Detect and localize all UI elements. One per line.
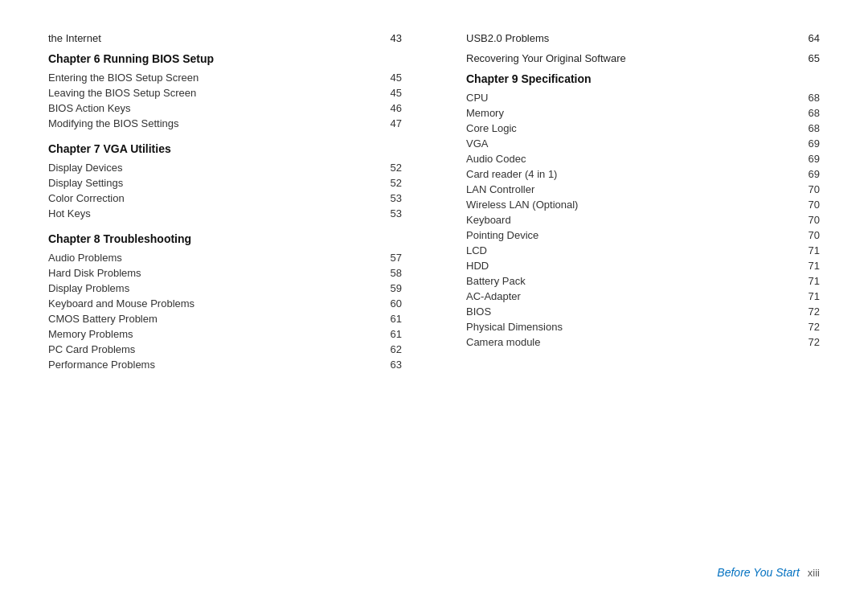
entry-title: BIOS — [466, 306, 491, 318]
toc-entry: Hot Keys 53 — [48, 207, 402, 219]
entry-title: Display Problems — [48, 282, 129, 294]
entry-title: Camera module — [466, 336, 541, 348]
toc-entry: Modifying the BIOS Settings 47 — [48, 117, 402, 129]
entry-title: Color Correction — [48, 192, 125, 204]
page: the Internet 43 Chapter 6 Running BIOS S… — [0, 0, 868, 611]
toc-entry: Memory 68 — [466, 107, 820, 119]
entry-title: Physical Dimensions — [466, 321, 563, 333]
toc-entry: Hard Disk Problems 58 — [48, 267, 402, 279]
chapter-heading: Chapter 9 Specification — [466, 72, 820, 85]
toc-entry: CMOS Battery Problem 61 — [48, 313, 402, 325]
toc-entry: BIOS Action Keys 46 — [48, 102, 402, 114]
entry-title: AC-Adapter — [466, 290, 521, 302]
toc-entry: CPU 68 — [466, 92, 820, 104]
entry-title: Recovering Your Original Software — [466, 52, 626, 64]
entry-page: 43 — [391, 32, 402, 44]
entry-page: 46 — [378, 102, 402, 114]
toc-entry: Battery Pack 71 — [466, 275, 820, 287]
toc-entry: Audio Problems 57 — [48, 252, 402, 264]
entry-page: 70 — [796, 229, 820, 241]
footer-pagenum: xiii — [808, 567, 820, 579]
left-column: the Internet 43 Chapter 6 Running BIOS S… — [48, 32, 434, 558]
entry-page: 64 — [809, 32, 820, 44]
entry-page: 71 — [796, 244, 820, 256]
entry-title: Wireless LAN (Optional) — [466, 199, 578, 211]
toc-entry: Performance Problems 63 — [48, 359, 402, 371]
chapter-section: Chapter 8 TroubleshootingAudio Problems … — [48, 232, 402, 371]
entry-page: 69 — [796, 168, 820, 180]
entry-page: 68 — [796, 122, 820, 134]
entry-page: 72 — [796, 336, 820, 348]
toc-entry: Leaving the BIOS Setup Screen 45 — [48, 87, 402, 99]
entry-page: 52 — [378, 162, 402, 174]
entry-title: Core Logic — [466, 122, 517, 134]
entry-title: CMOS Battery Problem — [48, 313, 158, 325]
toc-entry: Card reader (4 in 1) 69 — [466, 168, 820, 180]
entry-page: 72 — [796, 306, 820, 318]
toc-entry: HDD 71 — [466, 260, 820, 272]
toc-entry: Keyboard 70 — [466, 214, 820, 226]
entry-title: Entering the BIOS Setup Screen — [48, 72, 199, 84]
entry-title: Card reader (4 in 1) — [466, 168, 557, 180]
footer-label: Before You Start — [717, 566, 799, 579]
toc-entry: Entering the BIOS Setup Screen 45 — [48, 72, 402, 84]
entry-title: Display Settings — [48, 177, 123, 189]
entry-page: 61 — [378, 313, 402, 325]
entry-page: 61 — [378, 328, 402, 340]
toc-columns: the Internet 43 Chapter 6 Running BIOS S… — [48, 32, 820, 558]
toc-entry: Memory Problems 61 — [48, 328, 402, 340]
entry-title: the Internet — [48, 32, 101, 44]
entry-page: 57 — [378, 252, 402, 264]
entry-title: USB2.0 Problems — [466, 32, 549, 44]
entry-page: 70 — [796, 183, 820, 195]
toc-entry: Keyboard and Mouse Problems 60 — [48, 297, 402, 310]
entry-page: 69 — [796, 153, 820, 165]
entry-title: Memory — [466, 107, 504, 119]
entry-title: PC Card Problems — [48, 343, 135, 355]
entry-page: 63 — [378, 359, 402, 371]
toc-entry: Audio Codec 69 — [466, 153, 820, 165]
entry-page: 71 — [796, 275, 820, 287]
toc-entry: Physical Dimensions 72 — [466, 321, 820, 333]
toc-entry: Camera module 72 — [466, 336, 820, 348]
entry-page: 65 — [809, 52, 820, 64]
entry-page: 58 — [378, 267, 402, 279]
chapter-heading: Chapter 8 Troubleshooting — [48, 232, 402, 245]
footer: Before You Start xiii — [48, 558, 820, 579]
entry-title: Audio Problems — [48, 252, 122, 264]
toc-entry: Display Problems 59 — [48, 282, 402, 294]
entry-page: 69 — [796, 137, 820, 150]
entry-title: Modifying the BIOS Settings — [48, 117, 179, 129]
entry-page: 62 — [378, 343, 402, 355]
toc-entry: Display Settings 52 — [48, 177, 402, 189]
toc-entry: Color Correction 53 — [48, 192, 402, 204]
toc-entry: Wireless LAN (Optional) 70 — [466, 199, 820, 211]
toc-entry: Core Logic 68 — [466, 122, 820, 134]
toc-top-entry: USB2.0 Problems 64 — [466, 32, 820, 44]
toc-entry: Display Devices 52 — [48, 162, 402, 174]
entry-title: Performance Problems — [48, 359, 155, 371]
toc-entry: PC Card Problems 62 — [48, 343, 402, 355]
entry-page: 45 — [378, 72, 402, 84]
entry-title: Hard Disk Problems — [48, 267, 141, 279]
chapter-section: Chapter 7 VGA UtilitiesDisplay Devices 5… — [48, 142, 402, 219]
entry-page: 68 — [796, 92, 820, 104]
entry-title: Memory Problems — [48, 328, 133, 340]
entry-title: LAN Controller — [466, 183, 534, 195]
toc-top-entry: Recovering Your Original Software 65 — [466, 52, 820, 64]
entry-page: 47 — [378, 117, 402, 129]
entry-title: LCD — [466, 244, 487, 256]
entry-title: Display Devices — [48, 162, 122, 174]
entry-title: VGA — [466, 137, 488, 150]
entry-page: 45 — [378, 87, 402, 99]
entry-title: Pointing Device — [466, 229, 538, 241]
entry-title: Audio Codec — [466, 153, 526, 165]
entry-page: 59 — [378, 282, 402, 294]
entry-page: 53 — [378, 207, 402, 219]
chapter-section: Chapter 6 Running BIOS SetupEntering the… — [48, 52, 402, 129]
chapter-section: Chapter 9 SpecificationCPU 68Memory 68Co… — [466, 72, 820, 348]
toc-entry: Pointing Device 70 — [466, 229, 820, 241]
entry-page: 52 — [378, 177, 402, 189]
entry-title: Keyboard — [466, 214, 511, 226]
entry-title: HDD — [466, 260, 489, 272]
